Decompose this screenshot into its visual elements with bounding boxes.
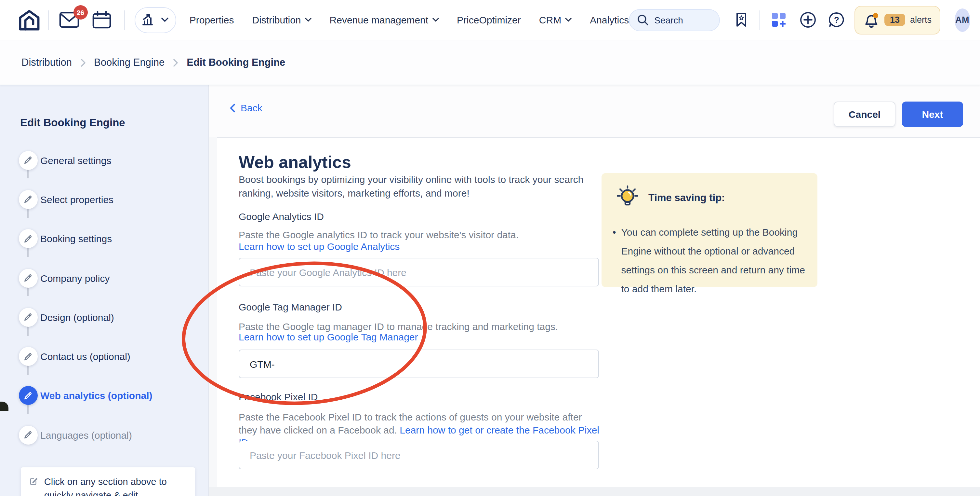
step-circle: [19, 268, 37, 287]
google-tag-manager-learn-link[interactable]: Learn how to set up Google Tag Manager: [239, 331, 418, 342]
nav-item-label: PriceOptimizer: [457, 14, 521, 26]
chevron-down-icon: [432, 18, 439, 22]
breadcrumb-current-page: Edit Booking Engine: [187, 57, 285, 69]
breadcrumb-distribution[interactable]: Distribution: [21, 57, 72, 69]
back-link[interactable]: Back: [229, 102, 262, 113]
nav-item-crm[interactable]: CRM: [539, 14, 572, 26]
pencil-icon: [24, 352, 32, 361]
top-navigation-bar: 26 PropertiesDistributionRevenue managem…: [0, 0, 980, 40]
divider: [759, 10, 759, 30]
pencil-icon: [24, 156, 32, 165]
nav-item-label: Revenue management: [330, 14, 428, 26]
search-input[interactable]: Search: [629, 9, 719, 31]
time-saving-tip-box: Time saving tip: • You can complete sett…: [601, 173, 818, 287]
page-title: Web analytics: [239, 152, 351, 172]
step-label: Select properties: [40, 194, 113, 205]
google-tag-manager-id-input[interactable]: [239, 349, 599, 378]
step-label: Booking settings: [40, 233, 112, 244]
chevron-left-icon: [229, 103, 235, 112]
google-analytics-description: Paste the Google analytics ID to track y…: [239, 228, 519, 241]
step-circle: [19, 308, 37, 327]
pencil-icon: [24, 430, 32, 439]
alerts-label: alerts: [910, 15, 932, 25]
nav-item-label: Distribution: [252, 14, 301, 26]
step-label: General settings: [40, 155, 111, 166]
app-viewport: 26 PropertiesDistributionRevenue managem…: [0, 0, 980, 496]
sidebar-hint-box: Click on any section above to quickly na…: [21, 467, 195, 496]
wizard-sidebar: Edit Booking Engine General settingsSele…: [0, 85, 209, 496]
apps-grid-icon[interactable]: [772, 13, 786, 27]
alerts-button[interactable]: 13 alerts: [855, 6, 940, 34]
page-bottom-strip: [209, 487, 980, 496]
step-circle: [19, 229, 37, 248]
step-circle: [19, 347, 37, 366]
inbox-icon[interactable]: 26: [59, 12, 79, 28]
google-analytics-learn-link[interactable]: Learn how to set up Google Analytics: [239, 241, 399, 252]
step-circle: [19, 151, 37, 169]
facebook-pixel-id-input[interactable]: [239, 441, 599, 469]
step-circle: [19, 190, 37, 209]
breadcrumb-booking-engine[interactable]: Booking Engine: [94, 57, 164, 69]
sidebar-step-general-settings[interactable]: General settings: [0, 140, 209, 180]
lightbulb-icon: [614, 185, 641, 211]
alerts-count-badge: 13: [885, 14, 905, 26]
sidebar-hint-text: Click on any section above to quickly na…: [44, 475, 189, 496]
pencil-icon: [24, 273, 32, 282]
edit-note-icon: [30, 475, 38, 487]
sidebar-step-languages-optional[interactable]: Languages (optional): [0, 415, 209, 455]
step-label: Languages (optional): [40, 429, 132, 440]
nav-item-priceoptimizer[interactable]: PriceOptimizer: [457, 14, 521, 26]
sidebar-step-select-properties[interactable]: Select properties: [0, 180, 209, 219]
google-analytics-id-input[interactable]: [239, 258, 599, 286]
next-button[interactable]: Next: [902, 102, 963, 127]
google-tag-manager-label: Google Tag Manager ID: [239, 301, 342, 313]
step-label: Company policy: [40, 273, 110, 284]
nav-item-revenue-management[interactable]: Revenue management: [330, 14, 439, 26]
primary-nav: PropertiesDistributionRevenue management…: [189, 14, 629, 26]
calendar-icon[interactable]: [92, 11, 111, 29]
nav-item-analytics[interactable]: Analytics: [590, 14, 629, 26]
web-analytics-card: Web analytics Boost bookings by optimizi…: [217, 138, 980, 487]
pencil-icon: [24, 234, 32, 243]
performance-menu[interactable]: [135, 7, 177, 33]
sidebar-step-design-optional[interactable]: Design (optional): [0, 297, 209, 337]
tip-title: Time saving tip:: [648, 192, 725, 204]
chevron-down-icon: [162, 18, 169, 22]
main-panel: Back Cancel Next Web analytics Boost boo…: [209, 85, 980, 496]
pencil-icon: [24, 391, 32, 400]
nav-item-distribution[interactable]: Distribution: [252, 14, 312, 26]
page-intro: Boost bookings by optimizing your visibi…: [239, 173, 593, 200]
bullet-dot: •: [612, 223, 616, 298]
pencil-icon: [24, 195, 32, 204]
bell-icon: [863, 12, 880, 28]
user-avatar[interactable]: AM: [954, 8, 970, 32]
home-icon[interactable]: [18, 9, 40, 31]
sidebar-step-company-policy[interactable]: Company policy: [0, 258, 209, 298]
step-label: Web analytics (optional): [40, 390, 153, 401]
breadcrumb: Distribution Booking Engine Edit Booking…: [0, 40, 980, 85]
step-circle-active: [19, 386, 37, 405]
wizard-steps: General settingsSelect propertiesBooking…: [0, 140, 209, 455]
performance-chart-icon: [143, 14, 157, 26]
cancel-button[interactable]: Cancel: [834, 102, 896, 127]
chevron-right-icon: [173, 58, 178, 67]
chevron-right-icon: [80, 58, 86, 67]
sidebar-step-web-analytics-optional[interactable]: Web analytics (optional): [0, 376, 209, 416]
nav-item-label: Analytics: [590, 14, 629, 26]
sidebar-title: Edit Booking Engine: [20, 116, 125, 129]
sidebar-step-contact-us-optional[interactable]: Contact us (optional): [0, 337, 209, 376]
google-analytics-label: Google Analytics ID: [239, 211, 324, 222]
wizard-header: Back Cancel Next: [209, 85, 980, 137]
pencil-icon: [24, 313, 32, 322]
step-label: Design (optional): [40, 312, 114, 323]
add-icon[interactable]: [800, 12, 816, 28]
inbox-badge: 26: [73, 5, 88, 19]
divider: [48, 10, 48, 30]
help-icon[interactable]: ?: [829, 12, 845, 28]
chevron-down-icon: [565, 18, 572, 22]
bookmark-icon[interactable]: [735, 12, 747, 27]
nav-item-label: CRM: [539, 14, 561, 26]
chevron-down-icon: [305, 18, 312, 22]
sidebar-step-booking-settings[interactable]: Booking settings: [0, 219, 209, 258]
nav-item-properties[interactable]: Properties: [189, 14, 234, 26]
